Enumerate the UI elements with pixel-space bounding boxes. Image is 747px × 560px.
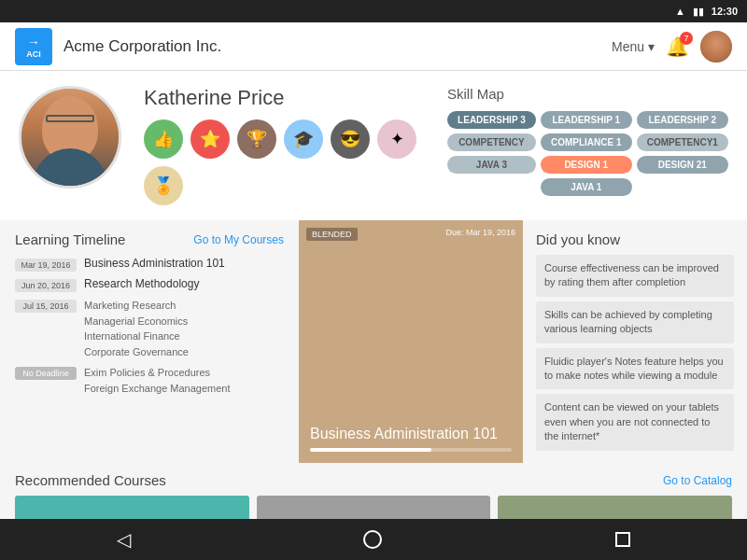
recent-apps-icon [615, 532, 630, 547]
progress-bar-fill [310, 448, 431, 452]
skill-design1: DESIGN 1 [541, 156, 632, 174]
badge-graduation: 🎓 [284, 119, 323, 159]
recommended-header: Recommended Courses Go to Catalog [15, 472, 732, 488]
badge-award: 🏅 [144, 166, 183, 205]
timeline-item-1: Mar 19, 2016 Business Administration 101 [15, 257, 284, 272]
skill-design21: DESIGN 21 [637, 156, 728, 174]
blended-due: Due: Mar 19, 2016 [445, 228, 515, 237]
content-area: Learning Timeline Go to My Courses Mar 1… [0, 220, 747, 463]
skill-grid: LEADERSHIP 3 LEADERSHIP 1 LEADERSHIP 2 C… [447, 111, 728, 196]
timeline-date-2: Jun 20, 2016 [15, 279, 77, 292]
company-name: Acme Corporation Inc. [63, 37, 600, 56]
profile-avatar [19, 86, 121, 189]
skill-leadership1: LEADERSHIP 1 [541, 111, 632, 129]
logo-text: ACI [26, 49, 41, 59]
rec-card-selfpaced[interactable]: SELF-PACED [498, 496, 732, 519]
rec-card-blended[interactable]: BLENDED [15, 496, 249, 519]
signal-icon: ▮▮ [693, 6, 704, 18]
badge-captain: ⭐ [190, 119, 230, 159]
timeline-date-4: No Deadline [15, 367, 77, 380]
timeline-title: Learning Timeline [15, 231, 125, 247]
blended-card[interactable]: BLENDED Due: Mar 19, 2016 Business Admin… [299, 220, 523, 463]
badges-row: 👍 ⭐ 🏆 🎓 😎 ✦ 🏅 [144, 119, 425, 205]
rec-card-activity[interactable]: ACTIVITY [257, 496, 491, 519]
dyk-item-4: Content can be viewed on your tablets ev… [536, 394, 734, 450]
skill-map: Skill Map LEADERSHIP 3 LEADERSHIP 1 LEAD… [447, 86, 728, 196]
clock: 12:30 [712, 6, 738, 17]
timeline-date-1: Mar 19, 2016 [15, 259, 77, 272]
skill-java1: JAVA 1 [541, 178, 632, 196]
badge-cool: 😎 [331, 119, 370, 159]
menu-button[interactable]: Menu ▾ [612, 39, 655, 54]
timeline-item-4: No Deadline Exim Policies & Procedures F… [15, 365, 284, 396]
timeline-course-2: Research Methodology [84, 277, 199, 290]
timeline-header: Learning Timeline Go to My Courses [15, 231, 284, 247]
badge-certified: 👍 [144, 119, 183, 159]
status-bar: ▲ ▮▮ 12:30 [0, 0, 747, 22]
timeline-item-3: Jul 15, 2016 Marketing Research Manageri… [15, 298, 284, 359]
timeline-item-2: Jun 20, 2016 Research Methodology [15, 277, 284, 292]
progress-bar [310, 448, 512, 452]
dyk-item-1: Course effectiveness can be improved by … [536, 255, 734, 297]
logo-arrow: → [27, 35, 40, 49]
did-you-know-title: Did you know [536, 231, 734, 247]
profile-image [21, 89, 119, 186]
blended-badge: BLENDED [306, 228, 358, 241]
skill-compliance1: COMPLIANCE 1 [541, 133, 632, 151]
back-button[interactable]: ◁ [98, 521, 149, 558]
home-circle-icon [363, 530, 382, 549]
home-button[interactable] [345, 523, 401, 556]
timeline-course-1: Business Administration 101 [84, 257, 225, 270]
profile-name: Katherine Price [144, 86, 425, 110]
recommended-section: Recommended Courses Go to Catalog BLENDE… [0, 463, 747, 519]
go-to-my-courses-link[interactable]: Go to My Courses [193, 233, 284, 246]
badge-star: ✦ [377, 119, 416, 159]
badge-trophy: 🏆 [237, 119, 276, 159]
did-you-know-section: Did you know Course effectiveness can be… [523, 220, 747, 463]
timeline-date-3: Jul 15, 2016 [15, 300, 77, 313]
notification-badge: 7 [680, 32, 693, 45]
go-to-catalog-link[interactable]: Go to Catalog [663, 474, 732, 487]
header: → ACI Acme Corporation Inc. Menu ▾ 🔔 7 [0, 22, 747, 71]
timeline-course-4: Exim Policies & Procedures Foreign Excha… [84, 365, 231, 396]
timeline-section: Learning Timeline Go to My Courses Mar 1… [0, 220, 299, 463]
skill-map-title: Skill Map [447, 86, 728, 102]
profile-section: Katherine Price 👍 ⭐ 🏆 🎓 😎 ✦ 🏅 Skill Map … [0, 71, 747, 220]
skill-competency1: COMPETENCY1 [637, 133, 728, 151]
wifi-icon: ▲ [675, 6, 685, 17]
skill-java3: JAVA 3 [447, 156, 536, 174]
header-icons: 🔔 7 [666, 31, 732, 63]
profile-info: Katherine Price 👍 ⭐ 🏆 🎓 😎 ✦ 🏅 [144, 86, 425, 205]
skill-competency: COMPETENCY [447, 133, 536, 151]
skill-leadership2: LEADERSHIP 2 [637, 111, 728, 129]
dyk-item-3: Fluidic player's Notes feature helps you… [536, 348, 734, 390]
recent-apps-button[interactable] [597, 525, 649, 554]
rec-cards: BLENDED ACTIVITY SELF-PACED [15, 496, 732, 519]
dyk-item-2: Skills can be achieved by completing var… [536, 301, 734, 343]
logo[interactable]: → ACI [15, 28, 52, 65]
user-avatar[interactable] [700, 31, 732, 63]
skill-leadership3: LEADERSHIP 3 [447, 111, 536, 129]
blended-title: Business Administration 101 [310, 426, 512, 442]
avatar-image [700, 31, 732, 63]
timeline-course-3: Marketing Research Managerial Economics … [84, 298, 189, 359]
recommended-title: Recommended Courses [15, 472, 166, 488]
bottom-navigation: ◁ [0, 519, 747, 560]
main-content: Katherine Price 👍 ⭐ 🏆 🎓 😎 ✦ 🏅 Skill Map … [0, 71, 747, 519]
notification-button[interactable]: 🔔 7 [666, 35, 689, 58]
